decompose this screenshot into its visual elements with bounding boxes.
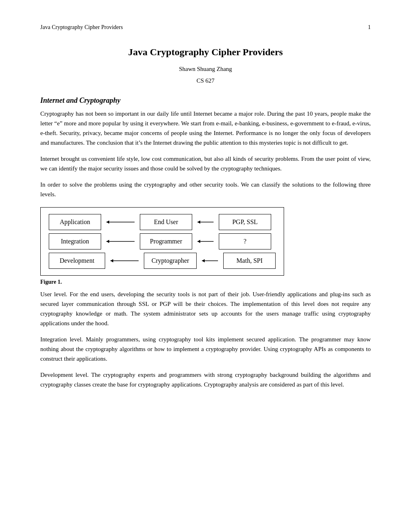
arrow-svg-row3-1 bbox=[108, 257, 141, 265]
post-para-1: User level. For the end users, developin… bbox=[40, 289, 371, 328]
svg-marker-5 bbox=[106, 240, 109, 243]
diagram-cell-pgpssl: PGP, SSL bbox=[219, 214, 271, 230]
paragraph-3: In order to solve the problems using the… bbox=[40, 180, 371, 199]
paragraph-2: Internet brought us convenient life styl… bbox=[40, 154, 371, 173]
document-course: CS 627 bbox=[40, 77, 371, 84]
arrow-svg-row1-2 bbox=[195, 218, 216, 226]
document-author: Shawn Shuang Zhang bbox=[40, 66, 371, 73]
diagram-cell-development: Development bbox=[49, 253, 105, 269]
section-title-internet-crypto: Internet and Cryptography bbox=[40, 96, 371, 105]
svg-marker-7 bbox=[197, 240, 200, 243]
arrow-svg-row2-1 bbox=[104, 237, 137, 245]
figure-1-container: Application End User bbox=[40, 207, 371, 285]
diagram-arrow2-row2 bbox=[192, 237, 219, 245]
diagram-cell-application: Application bbox=[49, 214, 101, 230]
diagram-cell-cryptographer: Cryptographer bbox=[144, 253, 197, 269]
arrow-svg-row2-2 bbox=[195, 237, 216, 245]
paragraph-1: Cryptography has not been so important i… bbox=[40, 109, 371, 148]
diagram-arrow1-row1 bbox=[101, 218, 140, 226]
diagram-arrow2-row1 bbox=[192, 218, 219, 226]
header-title: Java Cryptography Cipher Providers bbox=[40, 24, 123, 31]
svg-marker-3 bbox=[197, 220, 200, 224]
diagram-arrow1-row2 bbox=[101, 237, 140, 245]
figure-caption: Figure 1. bbox=[40, 279, 62, 285]
diagram-row-2: Integration Programmer bbox=[49, 233, 276, 249]
diagram-row-1: Application End User bbox=[49, 214, 276, 230]
post-para-2: Integration level. Mainly programmers, u… bbox=[40, 335, 371, 364]
diagram-row-3: Development Cryptographer bbox=[49, 253, 276, 269]
diagram-cell-mathspi: Math, SPI bbox=[223, 253, 276, 269]
header-page-number: 1 bbox=[368, 24, 371, 31]
diagram-arrow1-row3 bbox=[105, 257, 144, 265]
diagram: Application End User bbox=[40, 207, 284, 276]
document-title: Java Cryptography Cipher Providers bbox=[40, 47, 371, 58]
diagram-cell-enduser: End User bbox=[140, 214, 192, 230]
post-para-3: Development level. The cryptography expe… bbox=[40, 370, 371, 389]
diagram-cell-integration: Integration bbox=[49, 233, 101, 249]
diagram-cell-programmer: Programmer bbox=[140, 233, 192, 249]
diagram-arrow2-row3 bbox=[197, 257, 223, 265]
arrow-svg-row3-2 bbox=[200, 257, 220, 265]
svg-marker-1 bbox=[106, 220, 109, 224]
diagram-cell-question: ? bbox=[219, 233, 271, 249]
svg-marker-9 bbox=[110, 259, 113, 262]
arrow-svg-row1-1 bbox=[104, 218, 137, 226]
page: Java Cryptography Cipher Providers 1 Jav… bbox=[0, 0, 411, 532]
page-header: Java Cryptography Cipher Providers 1 bbox=[40, 24, 371, 31]
svg-marker-11 bbox=[202, 259, 205, 262]
